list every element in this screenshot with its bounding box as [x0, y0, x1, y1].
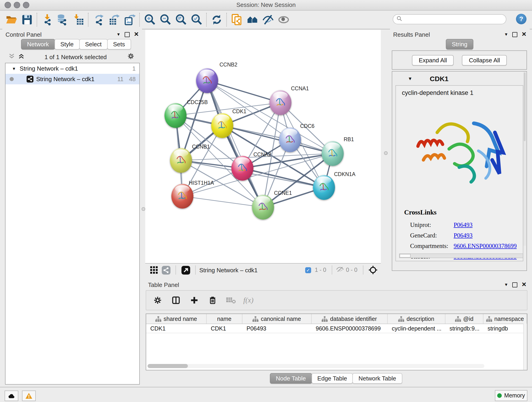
expand-all-button[interactable]: Expand All	[412, 55, 454, 65]
network-node-ccne1[interactable]	[252, 195, 274, 220]
tab-network-table[interactable]: Network Table	[353, 373, 402, 384]
tab-node-table[interactable]: Node Table	[270, 373, 312, 384]
selected-checkbox-icon[interactable]: ✓	[305, 267, 311, 273]
fit-selected-crosshair-icon[interactable]	[367, 264, 379, 276]
open-folder-icon[interactable]	[4, 12, 19, 27]
collapse-all-networks-icon[interactable]	[9, 53, 15, 61]
table-cell[interactable]: stringdb:9...	[445, 324, 483, 333]
table-vertical-scrollbar[interactable]	[523, 324, 527, 370]
network-node-cdk1[interactable]	[211, 113, 233, 138]
table-cell[interactable]: 9606.ENSP00000378699	[312, 324, 388, 333]
expand-all-networks-icon[interactable]	[18, 53, 24, 61]
warnings-button[interactable]	[22, 390, 36, 401]
delete-column-trash-icon[interactable]	[207, 294, 219, 306]
gene-horizontal-scrollbar[interactable]	[399, 254, 523, 258]
hidden-eye-icon[interactable]	[336, 266, 344, 274]
network-node-ccna1[interactable]	[269, 90, 291, 115]
tab-style[interactable]: Style	[54, 39, 80, 50]
results-close-icon[interactable]: ✕	[521, 32, 526, 37]
tab-edge-table[interactable]: Edge Table	[311, 373, 353, 384]
zoom-selected-icon[interactable]	[189, 12, 204, 27]
table-settings-gear-icon[interactable]	[152, 294, 164, 306]
zoom-out-icon[interactable]	[158, 12, 173, 27]
control-panel: Control Panel ▼ ✕ NetworkStyleSelectSets…	[2, 29, 142, 387]
panel-close-icon[interactable]: ✕	[134, 32, 139, 37]
zoom-fit-icon[interactable]	[173, 12, 189, 27]
network-node-ccnb2[interactable]	[196, 68, 218, 93]
right-splitter-handle[interactable]	[384, 151, 388, 155]
search-input[interactable]	[402, 16, 506, 23]
table-cell[interactable]: cyclin-dependent ...	[388, 324, 445, 333]
column-header-database-identifier[interactable]: database identifier	[312, 314, 388, 324]
network-node-cdkn1a[interactable]	[313, 175, 335, 200]
results-float-icon[interactable]	[512, 32, 517, 37]
copy-network-icon[interactable]	[229, 12, 245, 27]
left-splitter-handle[interactable]	[142, 207, 145, 211]
hide-selected-icon[interactable]	[260, 12, 276, 27]
table-float-icon[interactable]	[512, 282, 517, 287]
network-view-canvas[interactable]: CCNB2 CCNA1 CDC25B CDK1 CDC6 RB1	[145, 30, 381, 263]
crosslink-link[interactable]: P06493	[454, 232, 473, 239]
table-cell[interactable]: stringdb	[483, 324, 527, 333]
node-label-ccne1: CCNE1	[274, 190, 292, 196]
table-tabs: Node TableEdge TableNetwork Table	[270, 373, 402, 384]
refresh-layout-icon[interactable]	[209, 12, 225, 27]
show-all-icon[interactable]	[276, 12, 291, 27]
tab-string[interactable]: String	[446, 39, 473, 50]
network-node-cdc25b[interactable]	[165, 103, 186, 128]
search-box[interactable]	[393, 14, 506, 24]
gene-caret-icon[interactable]: ▼	[408, 76, 412, 81]
table-row[interactable]: CDK1CDK1P064939606.ENSP00000378699cyclin…	[146, 324, 527, 333]
column-header-name[interactable]: name	[207, 314, 242, 324]
table-cell[interactable]: P06493	[242, 324, 312, 333]
table-cell[interactable]: CDK1	[207, 324, 242, 333]
network-node-hist1h1a[interactable]	[171, 184, 193, 209]
birdseye-grid-icon[interactable]	[148, 264, 160, 276]
table-horizontal-scrollbar[interactable]	[147, 364, 484, 368]
open-in-window-icon[interactable]	[180, 264, 191, 276]
network-row[interactable]: String Network – cdk1 11 48	[6, 74, 139, 84]
column-header-canonical-name[interactable]: canonical name	[242, 314, 312, 324]
function-builder-icon: f(x)	[243, 296, 253, 304]
network-share-icon[interactable]	[160, 264, 172, 276]
crosslink-link[interactable]: 9606.ENSP00000378699	[454, 242, 517, 249]
network-options-gear-icon[interactable]	[127, 52, 135, 62]
collapse-all-button[interactable]: Collapse All	[462, 55, 507, 65]
import-database-icon[interactable]	[55, 12, 70, 27]
hidden-count: 0 - 0	[346, 267, 357, 273]
network-collection-row[interactable]: ▼ String Network – cdk1 1	[6, 63, 139, 74]
results-collapse-icon[interactable]: ▼	[504, 32, 508, 37]
column-header-namespace[interactable]: namespace	[483, 314, 527, 324]
memory-button[interactable]: Memory	[495, 390, 527, 401]
first-neighbors-icon[interactable]	[245, 12, 260, 27]
table-collapse-icon[interactable]: ▼	[504, 282, 508, 287]
table-cell[interactable]: CDK1	[146, 324, 207, 333]
export-table-icon[interactable]	[106, 12, 122, 27]
create-column-plus-icon[interactable]	[188, 294, 200, 306]
crosslink-link[interactable]: P06493	[454, 221, 473, 229]
export-image-icon[interactable]	[122, 12, 138, 27]
zoom-in-icon[interactable]	[142, 12, 158, 27]
network-node-cdc6[interactable]	[279, 128, 301, 152]
column-header-id[interactable]: @id	[445, 314, 483, 324]
table-close-icon[interactable]: ✕	[521, 282, 526, 287]
tab-select[interactable]: Select	[79, 39, 108, 50]
help-button[interactable]: ?	[516, 14, 526, 24]
tab-sets[interactable]: Sets	[107, 39, 131, 50]
network-node-rb1[interactable]	[322, 141, 344, 166]
collection-caret-icon[interactable]: ▼	[12, 66, 16, 71]
cloud-button[interactable]	[5, 390, 18, 401]
panel-collapse-icon[interactable]: ▼	[116, 32, 120, 37]
network-node-ccna2[interactable]	[231, 156, 253, 181]
results-vertical-scrollbar[interactable]	[523, 71, 526, 246]
export-network-icon[interactable]	[91, 12, 106, 27]
column-header-shared-name[interactable]: shared name	[146, 314, 207, 324]
column-header-description[interactable]: description	[388, 314, 445, 324]
show-columns-icon[interactable]	[170, 294, 182, 306]
panel-float-icon[interactable]	[125, 32, 130, 37]
tab-network[interactable]: Network	[21, 39, 55, 50]
save-icon[interactable]	[19, 12, 35, 27]
network-node-ccnb1[interactable]	[170, 148, 192, 173]
import-table-icon[interactable]	[70, 12, 86, 27]
import-network-icon[interactable]	[39, 12, 55, 27]
